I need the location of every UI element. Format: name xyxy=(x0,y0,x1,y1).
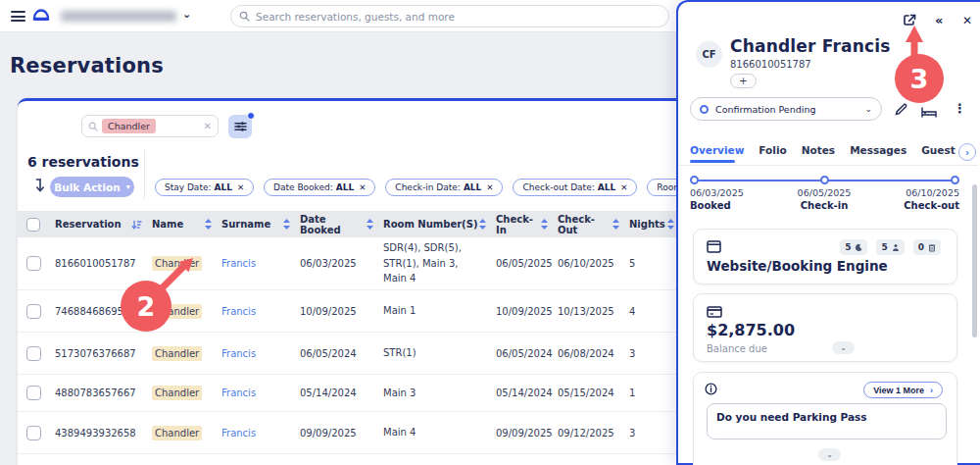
remove-chip-icon[interactable]: ✕ xyxy=(359,182,366,192)
chip-stay-date[interactable]: Stay Date:ALL✕ xyxy=(155,179,254,196)
guest-surname-link[interactable]: Francis xyxy=(221,428,256,439)
row-checkbox[interactable] xyxy=(26,256,41,271)
chip-date-booked[interactable]: Date Booked:ALL✕ xyxy=(264,179,375,196)
tab-guest[interactable]: Guest xyxy=(921,144,955,156)
date-booked: 05/14/2024 xyxy=(300,388,383,398)
check-in-date: 06/05/2025 xyxy=(496,258,558,269)
remove-chip-icon[interactable]: ✕ xyxy=(486,182,493,192)
timeline-checkout: 06/10/2025Check-out xyxy=(869,187,959,211)
tab-overview[interactable]: Overview xyxy=(690,144,744,156)
search-filter-tag[interactable]: Chandler xyxy=(102,119,156,133)
panel-scrollbar[interactable] xyxy=(972,184,977,337)
header-name[interactable]: Name xyxy=(152,219,221,230)
trash-icon xyxy=(928,243,936,252)
custom-question-field[interactable]: Do you need Parking Pass xyxy=(707,403,947,439)
collapse-panel-icon[interactable]: « xyxy=(935,13,943,27)
status-label: Confirmation Pending xyxy=(715,104,815,115)
sort-desc-icon[interactable] xyxy=(131,220,142,230)
reservation-id: 8166010051787 xyxy=(55,258,152,269)
sort-updown-icon[interactable] xyxy=(479,219,486,230)
row-checkbox[interactable] xyxy=(26,386,41,400)
sort-updown-icon[interactable] xyxy=(541,219,548,230)
tab-messages[interactable]: Messages xyxy=(850,144,906,156)
sort-updown-icon[interactable] xyxy=(205,219,212,230)
view-more-button[interactable]: View 1 More› xyxy=(863,382,943,398)
bed-icon[interactable] xyxy=(921,103,937,122)
chevron-down-icon[interactable]: ⌄ xyxy=(182,8,191,21)
booking-source-card: 5 5 0 Website/Booking Engine xyxy=(693,229,957,284)
chip-checkout-date[interactable]: Check-out Date:ALL✕ xyxy=(513,179,637,196)
sort-order-icon[interactable] xyxy=(34,178,46,198)
guest-surname-link[interactable]: Francis xyxy=(221,258,256,269)
close-panel-icon[interactable]: ✕ xyxy=(962,14,972,27)
date-booked: 06/03/2025 xyxy=(300,258,383,269)
guest-surname-link[interactable]: Francis xyxy=(221,388,256,398)
check-out-date: 06/08/2024 xyxy=(558,348,629,359)
sort-updown-icon[interactable] xyxy=(367,219,373,230)
edit-pencil-icon[interactable] xyxy=(895,101,907,120)
guest-first-name: Chandler xyxy=(152,304,202,319)
date-booked: 10/09/2025 xyxy=(300,306,383,317)
status-circle-icon xyxy=(700,105,709,114)
page-title: Reservations xyxy=(10,54,164,78)
reservation-id: 4880783657667 xyxy=(55,388,152,398)
room-numbers: STR(1) xyxy=(383,345,496,361)
guest-first-name: Chandler xyxy=(152,426,202,440)
guest-first-name: Chandler xyxy=(152,386,202,400)
room-numbers: Main 4 xyxy=(383,425,496,440)
timeline-booked: 06/03/2025Booked xyxy=(690,187,744,211)
guest-surname-link[interactable]: Francis xyxy=(221,306,256,317)
app-logo-bed-icon[interactable] xyxy=(32,8,50,27)
room-numbers: Main 1 xyxy=(383,303,496,319)
tab-folio[interactable]: Folio xyxy=(759,144,786,156)
header-reservation[interactable]: Reservation xyxy=(55,219,152,230)
status-dropdown[interactable]: Confirmation Pending ⌄ xyxy=(690,97,882,121)
divider xyxy=(678,165,978,166)
header-check-in[interactable]: Check-In xyxy=(496,214,558,235)
check-out-date: 06/10/2025 xyxy=(558,258,629,269)
header-surname[interactable]: Surname xyxy=(221,219,300,230)
sort-updown-icon[interactable] xyxy=(283,219,290,230)
chevron-right-icon: › xyxy=(930,386,933,395)
property-name-blurred[interactable] xyxy=(61,11,176,22)
check-out-date: 10/13/2025 xyxy=(558,306,629,317)
timeline-dot-checkout xyxy=(951,176,959,184)
global-search[interactable] xyxy=(230,5,669,27)
person-icon xyxy=(892,243,900,252)
global-search-input[interactable] xyxy=(256,11,661,23)
search-icon xyxy=(88,122,98,131)
header-room-number[interactable]: Room Number(S) xyxy=(383,219,496,230)
balance-label: Balance due xyxy=(707,343,767,354)
row-checkbox[interactable] xyxy=(26,346,41,361)
result-count: 6 reservations xyxy=(27,154,139,170)
tabs-scroll-right-icon[interactable]: › xyxy=(958,143,976,161)
guest-surname-link[interactable]: Francis xyxy=(221,348,256,359)
expand-card-icon[interactable]: ⌄ xyxy=(818,448,841,461)
remove-chip-icon[interactable]: ✕ xyxy=(237,182,244,192)
header-date-booked[interactable]: Date Booked xyxy=(300,214,383,235)
other-count-badge: 0 xyxy=(913,239,941,255)
select-all-checkbox[interactable] xyxy=(26,218,40,232)
timeline-checkin: 06/05/2025Check-in xyxy=(775,187,873,211)
filter-button[interactable] xyxy=(228,115,252,138)
remove-chip-icon[interactable]: ✕ xyxy=(620,182,627,192)
expand-payment-icon[interactable]: ⌄ xyxy=(832,341,855,354)
sort-updown-icon[interactable] xyxy=(667,219,674,230)
row-checkbox[interactable] xyxy=(26,426,41,440)
open-external-link-icon[interactable] xyxy=(903,13,917,31)
more-options-icon[interactable]: ⋮ xyxy=(954,101,966,116)
bulk-action-button[interactable]: Bulk Action▾ xyxy=(50,177,134,197)
reservation-id: 5173076376687 xyxy=(55,348,152,359)
tab-notes[interactable]: Notes xyxy=(802,144,835,156)
timeline-dot-checkin xyxy=(820,176,829,184)
check-out-date: 05/15/2024 xyxy=(558,388,629,398)
add-tag-button[interactable]: + xyxy=(730,74,757,88)
table-search[interactable]: Chandler ✕ xyxy=(81,115,219,137)
sort-updown-icon[interactable] xyxy=(612,219,619,230)
row-checkbox[interactable] xyxy=(26,304,41,319)
chip-checkin-date[interactable]: Check-in Date:ALL✕ xyxy=(385,179,503,196)
header-check-out[interactable]: Check-Out xyxy=(558,214,629,235)
clear-search-icon[interactable]: ✕ xyxy=(204,121,212,131)
hamburger-menu-icon[interactable] xyxy=(11,11,25,22)
active-tab-indicator xyxy=(690,160,735,163)
